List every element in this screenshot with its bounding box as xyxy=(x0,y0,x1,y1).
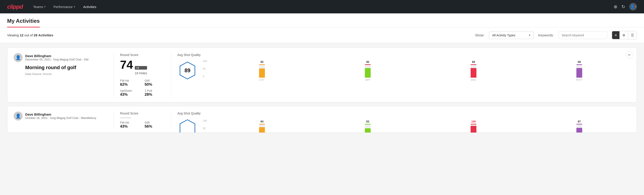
bar-outer-putt xyxy=(576,64,582,78)
bar-top-putt xyxy=(576,124,582,124)
activity-card: 👤 Dave Billingham October 16, 2021 - Gog… xyxy=(7,106,637,133)
data-source: Data Source: Arccos xyxy=(14,72,107,76)
bar-top-ott xyxy=(259,124,265,124)
bar-fill-putt xyxy=(576,68,582,78)
bar-outer-app xyxy=(365,64,371,78)
updown-value: 43% xyxy=(120,92,140,97)
activity-type-value: All Activity Types xyxy=(492,34,516,37)
view-toggle-lines-list[interactable]: ☰ xyxy=(628,31,637,39)
card-divider-2 xyxy=(171,53,171,97)
viewing-count: 12 xyxy=(20,33,24,37)
hexagon-container: 89 xyxy=(178,60,198,80)
card-left-section: 👤 Dave Billingham October 16, 2021 - Gog… xyxy=(14,112,107,123)
avatar-chevron-icon: ▾ xyxy=(635,5,636,8)
bar-top-app xyxy=(365,64,371,65)
bar-fill-app xyxy=(365,128,371,133)
gir-label: GIR xyxy=(144,79,165,82)
fw-hit-stat: FW Hit 43% xyxy=(120,121,140,129)
add-icon[interactable]: ⊕ xyxy=(614,4,618,9)
nav-links: Teams ▾ Performance ▾ Activities xyxy=(30,3,606,10)
brand-logo[interactable]: clippd xyxy=(7,3,23,10)
activity-card: ✏ 👤 Dave Billingham December 05, 2021 - … xyxy=(7,48,637,102)
bar-fill-arg xyxy=(470,68,476,78)
bar-outer-ott xyxy=(259,124,265,133)
activity-type-dropdown[interactable]: All Activity Types ▾ xyxy=(489,32,534,39)
gir-stat: GIR 56% xyxy=(144,121,165,129)
performance-chevron-icon: ▾ xyxy=(74,5,75,8)
hexagon-container xyxy=(178,118,198,133)
y-label-100: 100 xyxy=(203,119,207,122)
avg-shot-quality-label: Avg Shot Quality xyxy=(178,53,630,57)
bar-group-arg: 106 xyxy=(422,120,524,133)
user-avatar: 👤 xyxy=(14,112,22,120)
card-stats: Round Score 74 +4 18 Holes FW Hit 62% GI… xyxy=(120,53,165,97)
x-label-arg: ARG xyxy=(422,78,524,81)
score-placeholder xyxy=(120,117,131,118)
quality-inner: 89 100 50 0 85 xyxy=(178,60,630,81)
nav-activities[interactable]: Activities xyxy=(80,3,100,10)
bar-top-arg xyxy=(470,64,476,65)
avatar-icon: 👤 xyxy=(630,4,635,9)
updown-stat: Up/Down 43% xyxy=(120,89,140,97)
fw-hit-stat: FW Hit 62% xyxy=(120,79,140,87)
bar-value-putt: 89 xyxy=(578,60,581,64)
bar-chart: 100 50 0 85 90 xyxy=(203,60,630,81)
bar-top-putt xyxy=(576,64,582,65)
user-info: Dave Billingham December 05, 2021 - Gog … xyxy=(25,54,88,61)
activity-date: December 05, 2021 - Gog Magog Golf Club … xyxy=(25,58,88,61)
page-title: My Activities xyxy=(7,14,40,28)
refresh-icon[interactable]: ↻ xyxy=(622,4,625,9)
user-avatar-nav[interactable]: 👤 ▾ xyxy=(629,3,637,10)
bar-outer-arg xyxy=(470,64,476,78)
user-avatar: 👤 xyxy=(14,53,22,62)
nav-performance[interactable]: Performance ▾ xyxy=(50,3,78,10)
card-divider-1 xyxy=(114,53,114,97)
bar-top-ott xyxy=(259,64,265,65)
x-label-ott: OTT xyxy=(211,78,313,81)
user-name: Dave Billingham xyxy=(25,112,96,116)
one-putt-stat: 1 Putt 28% xyxy=(144,89,165,97)
bar-top-arg xyxy=(470,124,476,124)
viewing-total: 29 xyxy=(34,33,38,37)
bar-value-ott: 85 xyxy=(260,60,263,64)
score-badge: +4 xyxy=(135,66,147,70)
updown-label: Up/Down xyxy=(120,89,140,92)
y-label-50: 50 xyxy=(203,68,207,70)
score-display: 74 +4 18 Holes xyxy=(120,59,165,76)
stat-grid: FW Hit 43% GIR 56% xyxy=(120,121,165,129)
page-header: My Activities xyxy=(0,14,644,28)
y-label-100: 100 xyxy=(203,60,207,62)
bar-fill-ott xyxy=(259,127,265,133)
edit-button[interactable]: ✏ xyxy=(626,51,633,58)
navbar: clippd Teams ▾ Performance ▾ Activities … xyxy=(0,0,644,14)
x-axis-labels: OTT APP ARG PUTT xyxy=(211,78,630,81)
nav-teams[interactable]: Teams ▾ xyxy=(30,3,49,10)
card-divider-1 xyxy=(114,112,114,127)
view-toggle-compact-list[interactable]: ≡ xyxy=(612,31,620,39)
bar-group-app: 90 xyxy=(317,60,419,78)
card-user: 👤 Dave Billingham October 16, 2021 - Gog… xyxy=(14,112,107,120)
user-name: Dave Billingham xyxy=(25,54,88,58)
filter-bar: Viewing 12 out of 29 Activities Show: Al… xyxy=(0,28,644,43)
fw-hit-value: 43% xyxy=(120,124,140,129)
search-input[interactable] xyxy=(558,32,608,39)
bar-value-putt: 87 xyxy=(578,120,581,123)
bar-group-putt: 89 xyxy=(528,60,630,78)
svg-marker-1 xyxy=(180,120,195,133)
gir-value: 56% xyxy=(144,124,165,129)
card-user: 👤 Dave Billingham December 05, 2021 - Go… xyxy=(14,53,107,62)
fw-hit-value: 62% xyxy=(120,82,140,87)
bar-fill-app xyxy=(365,68,371,78)
bar-outer-app xyxy=(365,124,371,133)
one-putt-label: 1 Putt xyxy=(144,89,165,92)
x-label-putt: PUTT xyxy=(528,78,630,81)
round-score-label: Round Score xyxy=(120,53,165,57)
y-label-50: 50 xyxy=(203,127,207,130)
bar-fill-arg xyxy=(470,126,476,133)
bar-value-arg: 106 xyxy=(471,120,476,123)
y-label-0: 0 xyxy=(203,75,207,78)
bar-fill-putt xyxy=(576,128,582,133)
view-toggle-grid[interactable]: ⊕ xyxy=(620,31,628,39)
viewing-suffix: Activities xyxy=(38,33,53,37)
one-putt-value: 28% xyxy=(144,92,165,97)
